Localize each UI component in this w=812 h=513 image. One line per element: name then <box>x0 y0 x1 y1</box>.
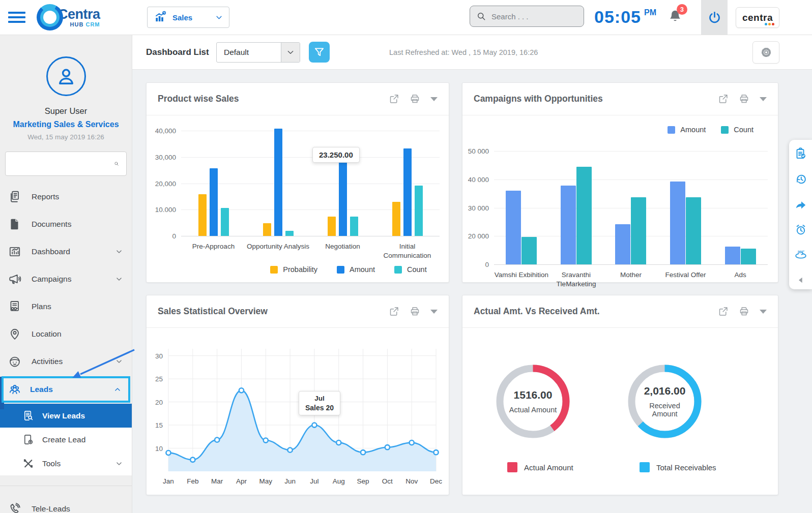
rail-collapse-button[interactable] <box>797 276 805 284</box>
y-axis-tick: 50 000 <box>461 147 489 155</box>
data-point-sep[interactable] <box>361 450 365 455</box>
sidebar-item-reports[interactable]: Reports <box>0 183 132 210</box>
rotate-360-button[interactable]: 360° <box>795 249 807 261</box>
alarm-button[interactable] <box>795 224 807 236</box>
data-point-jan[interactable] <box>166 450 170 455</box>
share-button[interactable] <box>795 198 807 210</box>
hamburger-menu-icon[interactable] <box>8 12 25 23</box>
bar-count-opportunity-analysis[interactable] <box>285 231 294 236</box>
sidebar-item-documents[interactable]: Documents <box>0 210 132 238</box>
sidebar-item-activities[interactable]: Activities <box>0 348 132 375</box>
bar-count-mother[interactable] <box>631 197 646 264</box>
clipboard-check-button[interactable] <box>795 147 807 160</box>
history-button[interactable] <box>795 173 807 185</box>
legend-item-actual-amount[interactable]: Actual Amount <box>507 462 573 472</box>
module-selector[interactable]: Sales <box>147 7 229 28</box>
clock-meridiem: PM <box>644 8 656 27</box>
search-icon <box>114 158 119 169</box>
bar-amount-initial-communication[interactable] <box>403 148 412 236</box>
legend-item-probability[interactable]: Probability <box>270 265 317 274</box>
notifications-button[interactable]: 3 <box>668 9 684 25</box>
data-point-may[interactable] <box>264 438 268 442</box>
chevron-up-icon <box>114 386 121 393</box>
data-point-mar[interactable] <box>215 438 219 442</box>
bar-count-pre-approach[interactable] <box>221 208 229 236</box>
bar-amount-ads[interactable] <box>725 247 740 264</box>
printer-icon <box>739 94 749 104</box>
user-datetime: Wed, 15 may 2019 16:26 <box>0 133 132 141</box>
svg-text:360°: 360° <box>797 250 804 254</box>
print-button[interactable] <box>739 94 749 104</box>
card-menu-caret[interactable] <box>760 310 767 314</box>
bar-amount-pre-approach[interactable] <box>210 168 218 236</box>
bar-amount-sravanthi-tlemarketing[interactable] <box>561 186 576 264</box>
sidebar-item-dashboard[interactable]: Dashboard <box>0 238 132 265</box>
bar-probability-negotiation[interactable] <box>328 217 336 236</box>
data-point-feb[interactable] <box>190 458 195 462</box>
x-axis-label: Pre-Approach <box>181 242 246 260</box>
svg-text:15: 15 <box>155 421 163 429</box>
bar-probability-initial-communication[interactable] <box>392 202 400 236</box>
submenu-item-view-leads[interactable]: View Leads <box>0 404 132 428</box>
svg-text:10: 10 <box>155 445 163 452</box>
print-button[interactable] <box>410 306 420 317</box>
bar-amount-mother[interactable] <box>615 224 630 264</box>
export-button[interactable] <box>718 306 729 317</box>
bar-count-negotiation[interactable] <box>350 217 358 236</box>
sidebar-item-plans[interactable]: Plans <box>0 293 132 320</box>
sidebar-item-leads-button[interactable]: Leads <box>2 376 130 403</box>
data-point-jul[interactable] <box>312 423 316 427</box>
bar-amount-festival-offer[interactable] <box>670 182 685 264</box>
bar-count-festival-offer[interactable] <box>686 197 701 264</box>
bar-amount-negotiation[interactable] <box>339 162 347 236</box>
legend-item-total-receivables[interactable]: Total Receivables <box>640 462 716 472</box>
user-org[interactable]: Marketing Sales & Services <box>0 120 132 129</box>
avatar[interactable] <box>46 56 86 96</box>
legend-item-amount[interactable]: Amount <box>668 126 706 134</box>
leads-icon <box>8 383 21 396</box>
submenu-item-tools[interactable]: Tools <box>0 451 132 475</box>
dashboard-settings-button[interactable] <box>752 41 779 64</box>
x-axis-label: Negotiation <box>310 242 375 260</box>
data-point-oct[interactable] <box>385 445 390 449</box>
print-button[interactable] <box>410 94 420 104</box>
card-menu-caret[interactable] <box>760 97 767 101</box>
data-point-dec[interactable] <box>433 450 438 455</box>
data-point-aug[interactable] <box>336 440 341 445</box>
card-menu-caret[interactable] <box>430 97 438 101</box>
bar-count-ads[interactable] <box>741 249 756 264</box>
filter-button[interactable] <box>309 42 330 63</box>
power-icon <box>708 11 721 24</box>
bar-amount-vamshi-exbihition[interactable] <box>506 191 521 264</box>
bar-probability-pre-approach[interactable] <box>198 194 207 236</box>
global-search <box>470 6 584 27</box>
sidebar-search-input[interactable] <box>13 160 114 168</box>
export-button[interactable] <box>389 306 399 317</box>
dashboard-select[interactable]: Default <box>216 42 300 63</box>
user-name: Super User <box>0 106 132 116</box>
data-point-nov[interactable] <box>410 440 414 445</box>
card-menu-caret[interactable] <box>430 310 438 314</box>
logout-button[interactable] <box>701 0 728 35</box>
sidebar-item-campaigns[interactable]: Campaigns <box>0 265 132 293</box>
export-button[interactable] <box>718 94 729 104</box>
export-button[interactable] <box>389 94 399 104</box>
printer-icon <box>739 306 749 317</box>
sidebar-item-tele-leads[interactable]: Tele-Leads <box>0 495 132 513</box>
collapse-icon <box>797 276 805 284</box>
legend-item-count[interactable]: Count <box>394 265 427 274</box>
bar-count-vamshi-exbihition[interactable] <box>521 237 537 264</box>
bar-probability-opportunity-analysis[interactable] <box>263 223 271 236</box>
print-button[interactable] <box>739 306 749 317</box>
submenu-item-create-lead[interactable]: Create Lead <box>0 428 132 451</box>
sidebar-item-location[interactable]: Location <box>0 320 132 348</box>
bar-amount-opportunity-analysis[interactable] <box>274 129 282 236</box>
legend-item-amount[interactable]: Amount <box>337 265 375 274</box>
campaigns-icon <box>8 273 21 286</box>
legend-item-count[interactable]: Count <box>721 126 753 134</box>
data-point-apr[interactable] <box>239 388 244 393</box>
bar-count-sravanthi-tlemarketing[interactable] <box>576 167 592 264</box>
bar-count-initial-communication[interactable] <box>415 186 423 236</box>
data-point-jun[interactable] <box>287 448 292 452</box>
global-search-input[interactable] <box>491 12 577 21</box>
